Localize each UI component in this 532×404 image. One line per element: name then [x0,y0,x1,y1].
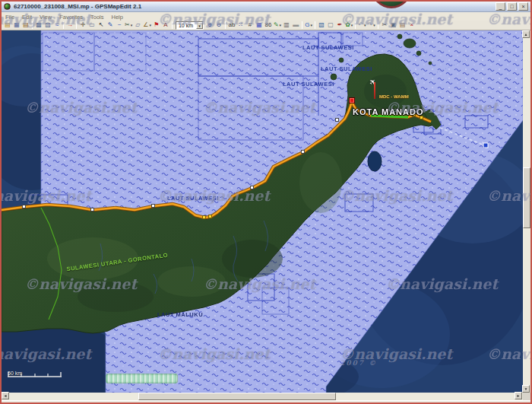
waypoint-marker[interactable] [151,204,155,208]
paste-icon[interactable]: ▤ [398,21,407,30]
points-toggle-icon[interactable]: ∷ [236,21,245,30]
attach-tool-icon-glyph: ▱ [135,21,140,30]
vertical-scrollbar[interactable]: ▲ ▼ [523,30,530,393]
select-tool-icon[interactable]: ↖ [97,21,106,30]
measure-tool-icon[interactable]: ∠▾ [142,21,152,30]
pan-tool-icon[interactable]: ✛ [78,21,87,30]
split-tool-icon-dropdown[interactable]: ▾ [131,21,133,30]
edit-nodes-tool-icon[interactable]: ✎ [106,21,115,30]
toolbar-separator [225,21,226,29]
goto-position-icon-glyph: → [67,21,73,30]
zoom-scale-combobox[interactable]: 10 km▾ [176,21,204,30]
scroll-down-icon[interactable]: ▼ [522,385,530,393]
close-button[interactable]: × [518,2,528,11]
scroll-left-icon[interactable]: ◄ [2,392,9,399]
google-maps-icon-glyph: G [305,21,309,30]
labels-toggle-icon[interactable]: ab [227,21,236,30]
zoom-rect-tool-icon-glyph: ▭ [89,21,95,30]
zoom-in-icon[interactable]: ⊕ [205,21,214,30]
cut-icon-glyph: ✂ [382,21,387,30]
google-maps-icon[interactable]: G▾ [304,21,313,30]
goto-position-icon[interactable]: → [65,21,74,30]
edit-levels-icon[interactable]: ▨ [43,21,52,30]
waypoint-marker-yellow[interactable] [412,113,416,116]
zoom-out-icon-glyph: ⊖ [217,21,222,30]
open-map-icon[interactable]: ▤ [3,21,12,30]
cut-icon[interactable]: ✂ [380,21,389,30]
undo-icon-dropdown[interactable]: ▾ [364,21,366,30]
delete-icon-glyph: × [410,21,413,30]
printer-icon[interactable]: ▥ [282,21,291,30]
menu-item-tools[interactable]: Tools [90,14,104,21]
map-properties-icon[interactable]: ▩ [34,21,43,30]
menu-item-edit[interactable]: Edit [22,14,32,21]
vegetation-layer-icon-dropdown[interactable]: ▾ [351,21,353,30]
new-file-icon[interactable]: ▢ [326,21,335,30]
scale-bar-ruler [8,371,62,377]
zoom-out-icon[interactable]: ⊖ [214,21,223,30]
scroll-up-icon[interactable]: ▲ [522,30,530,38]
menu-item-file[interactable]: File [5,14,14,21]
menu-item-favorites[interactable]: Favorites [59,14,83,21]
join-tool-icon[interactable]: ~ [115,21,124,30]
draw-style-icon-dropdown[interactable]: ▾ [280,21,282,30]
waypoint-marker[interactable] [90,208,94,212]
draw-style-icon[interactable]: ✎▾ [273,21,282,30]
copy-icon[interactable]: ▣ [389,21,398,30]
vegetation-layer-icon[interactable]: ✿▾ [344,21,353,30]
map-properties-icon-glyph: ▩ [36,21,42,30]
waypoint-marker[interactable] [250,186,254,189]
menu-item-view[interactable]: View [40,14,52,21]
edit-note-icon[interactable]: ✒ [335,21,344,30]
stamp-tool-icon-glyph: A [163,21,167,30]
recent-maps-icon[interactable]: ▤ [21,21,30,30]
split-tool-icon[interactable]: ✂▾ [124,21,133,30]
menu-item-help[interactable]: Help [112,14,123,21]
waypoint-marker-yellow[interactable] [208,215,212,218]
background-image-icon[interactable]: ▧ [317,21,326,30]
grid-toggle-icon[interactable]: # [245,21,255,30]
redo-icon[interactable]: ↷▾ [367,21,376,30]
undo-icon[interactable]: ↶▾ [357,21,366,30]
toolbar-separator [63,21,64,29]
select-level-icon-glyph: ≈ [55,21,59,30]
scroll-right-icon[interactable]: ► [515,392,522,399]
edit-levels-icon-glyph: ▨ [45,21,51,30]
waypoint-marker[interactable] [22,205,26,208]
numbers-toggle-icon-glyph: 86 [264,21,271,30]
waypoint-marker[interactable] [301,150,305,154]
selected-poi-marker[interactable] [349,97,355,103]
zoom-scale-dropdown-icon[interactable]: ▾ [196,22,203,29]
restore-button[interactable]: □ [507,2,517,11]
horizontal-scroll-thumb[interactable] [138,393,336,400]
title-bar[interactable]: 62710000_231008_MSI.mp - GPSMapEdit 2.1 … [2,2,530,12]
google-maps-icon-dropdown[interactable]: ▾ [310,21,312,30]
flag-tool-icon[interactable]: ⚑ [152,21,161,30]
numbers-toggle-icon[interactable]: 86 [264,21,273,30]
measure-tool-icon-dropdown[interactable]: ▾ [149,21,151,30]
select-level-icon[interactable]: ≈ [52,21,62,30]
vertical-scroll-thumb[interactable] [523,167,530,228]
route-segment-green [371,116,408,117]
zoom-scale-value: 10 km [176,23,196,28]
stamp-tool-icon[interactable]: A [161,21,170,30]
waypoint-marker-yellow[interactable] [420,116,423,119]
map-canvas[interactable]: ✈ MDC - WAMM LAUT SULAWESI LAUT SULAWESI… [2,30,523,393]
lock-icon-glyph: ▬ [293,21,299,30]
attach-tool-icon[interactable]: ▱ [133,21,142,30]
delete-icon[interactable]: × [407,21,416,30]
lock-icon[interactable]: ▬ [291,21,300,30]
redo-icon-dropdown[interactable]: ▾ [373,21,375,30]
zoom-rect-tool-icon[interactable]: ▭ [87,21,97,30]
reef-strip [106,374,178,383]
waypoint-marker-yellow[interactable] [202,215,206,219]
undo-icon-glyph: ↶ [358,21,363,30]
vegetation-layer-icon-glyph: ✿ [345,21,350,30]
select-tool-icon-glyph: ↖ [99,21,104,30]
minimize-button[interactable]: _ [496,2,505,11]
toolbar-separator [302,21,302,29]
waypoint-marker[interactable] [335,118,339,122]
hatch-toggle-icon[interactable]: ▦ [255,21,264,30]
horizontal-scrollbar[interactable]: ◄ ► [2,393,523,400]
save-map-icon[interactable]: ▦ [12,21,21,30]
